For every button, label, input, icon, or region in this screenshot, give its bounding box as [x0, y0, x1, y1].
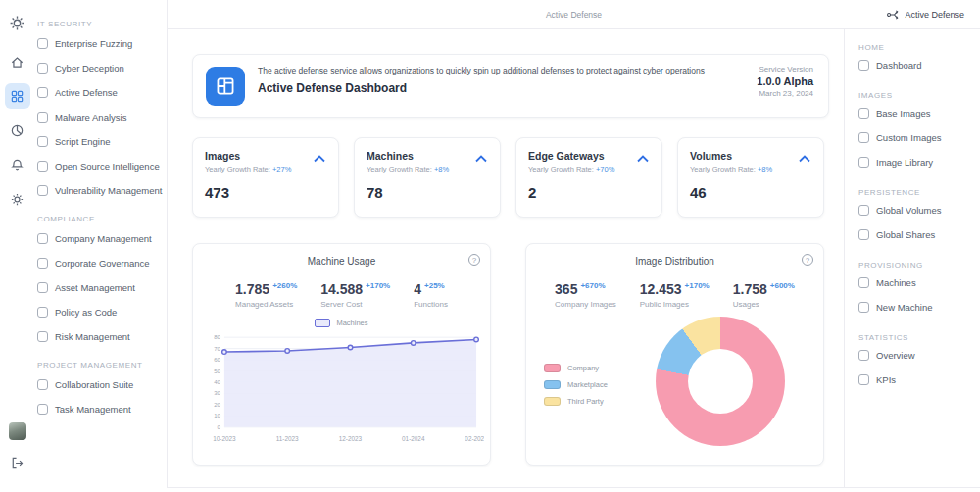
svg-text:70: 70 — [214, 346, 220, 352]
help-icon[interactable]: ? — [468, 254, 480, 266]
nav-item-image-library[interactable]: Image Library — [858, 150, 980, 174]
nav-item-company-management[interactable]: Company Management — [34, 226, 167, 251]
company-swatch — [544, 364, 561, 372]
third-party-swatch — [544, 397, 561, 406]
rail-item-analytics[interactable] — [5, 118, 30, 143]
nav-item-script-engine[interactable]: Script Engine — [34, 129, 167, 154]
stat-card-title: Images — [205, 150, 326, 162]
machine-usage-stats: 1.785+260% Managed Assets 14.588+170% Se… — [201, 280, 482, 309]
stat-delta: +260% — [272, 281, 297, 290]
help-icon[interactable]: ? — [802, 254, 813, 266]
svg-text:20: 20 — [214, 402, 220, 408]
banner-card: The active defense service allows organi… — [192, 54, 829, 118]
section-title-project-management: PROJECT MANAGEMENT — [37, 361, 167, 369]
legend-item-company[interactable]: Company — [544, 364, 642, 372]
icon-rail — [0, 0, 34, 492]
logout-button[interactable] — [5, 450, 30, 475]
section-title-provisioning: PROVISIONING — [858, 261, 980, 270]
dashboard-icon — [206, 67, 245, 106]
chevron-up-icon[interactable] — [636, 154, 650, 163]
nav-item-kpis[interactable]: KPIs — [858, 368, 980, 392]
stat-card-volumes: Volumes Yearly Growth Rate: +8% 46 — [677, 137, 824, 218]
user-avatar[interactable] — [9, 422, 26, 440]
stat-usages: 1.758+600% Usages — [733, 280, 795, 309]
nav-item-base-images[interactable]: Base Images — [858, 101, 980, 125]
nav-item-label: Machines — [876, 277, 916, 288]
svg-text:10: 10 — [214, 413, 220, 418]
image-distribution-card: Image Distribution ? 365+670% Company Im… — [525, 243, 824, 466]
nav-item-dashboard[interactable]: Dashboard — [858, 53, 980, 77]
active-defense-action[interactable]: Active Defense — [886, 0, 964, 29]
rail-item-home[interactable] — [5, 49, 30, 74]
stat-managed-assets: 1.785+260% Managed Assets — [235, 280, 297, 309]
nav-item-malware-analysis[interactable]: Malware Analysis — [34, 105, 167, 129]
nav-item-label: Enterprise Fuzzing — [55, 38, 132, 49]
growth-value: +27% — [272, 165, 291, 173]
base-images-icon — [858, 108, 869, 119]
stat-growth: Yearly Growth Rate: +70% — [528, 165, 650, 173]
svg-text:40: 40 — [214, 379, 220, 385]
chevron-up-icon[interactable] — [313, 154, 326, 163]
rail-item-notifications[interactable] — [5, 152, 30, 177]
nav-item-label: Overview — [876, 350, 915, 361]
nav-item-global-volumes[interactable]: Global Volumes — [858, 198, 980, 222]
stat-public-images: 12.453+170% Public Images — [640, 280, 710, 309]
collaboration-suite-icon — [37, 379, 48, 390]
chevron-up-icon[interactable] — [474, 154, 488, 163]
banner-text: The active defense service allows organi… — [258, 66, 705, 95]
legend-item-marketplace[interactable]: Marketplace — [544, 380, 642, 389]
service-version-value: 1.0.0 Alpha — [757, 75, 813, 87]
nav-item-label: Open Source Intelligence — [55, 161, 160, 172]
nav-item-label: Global Shares — [876, 229, 935, 240]
machine-usage-line-chart: 0102030405060708010-202311-202312-202301… — [201, 327, 484, 447]
svg-text:12-2023: 12-2023 — [339, 435, 363, 442]
section-title-persistence: PERSISTENCE — [858, 188, 980, 197]
nav-item-task-management[interactable]: Task Management — [34, 397, 167, 421]
rail-item-settings[interactable] — [5, 186, 30, 212]
nav-item-enterprise-fuzzing[interactable]: Enterprise Fuzzing — [34, 31, 167, 56]
nav-item-risk-management[interactable]: Risk Management — [34, 324, 167, 349]
nav-item-corporate-governance[interactable]: Corporate Governance — [34, 251, 167, 275]
nav-item-cyber-deception[interactable]: Cyber Deception — [34, 56, 167, 80]
active-defense-action-label: Active Defense — [905, 10, 964, 20]
chevron-up-icon[interactable] — [798, 154, 811, 163]
svg-text:50: 50 — [214, 369, 220, 374]
nav-item-vulnerability-management[interactable]: Vulnerability Management — [34, 178, 167, 203]
nav-item-custom-images[interactable]: Custom Images — [858, 125, 980, 150]
image-distribution-donut — [656, 317, 785, 446]
gear-icon — [10, 192, 24, 207]
nav-item-label: Custom Images — [876, 132, 942, 143]
vulnerability-management-icon — [37, 185, 48, 196]
stat-delta: +600% — [770, 281, 795, 290]
task-management-icon — [37, 404, 48, 415]
nav-item-open-source-intelligence[interactable]: Open Source Intelligence — [34, 154, 167, 178]
bell-icon — [10, 158, 24, 172]
section-title-home: HOME — [858, 43, 980, 52]
rail-item-active-defense[interactable] — [5, 83, 30, 109]
legend-item-third-party[interactable]: Third Party — [544, 397, 642, 406]
nav-item-active-defense[interactable]: Active Defense — [34, 80, 167, 105]
nav-item-asset-management[interactable]: Asset Management — [34, 275, 167, 300]
nav-item-label: Image Library — [876, 157, 933, 168]
custom-images-icon — [858, 132, 869, 143]
nav-item-new-machine[interactable]: New Machine — [858, 295, 980, 320]
global-shares-icon — [858, 229, 869, 240]
nav-item-policy-as-code[interactable]: Policy as Code — [34, 300, 167, 324]
machines-legend[interactable]: Machines — [201, 319, 482, 327]
stat-delta: +25% — [424, 281, 445, 290]
stat-value: 2 — [528, 184, 650, 201]
image-distribution-stats: 365+670% Company Images 12.453+170% Publ… — [534, 280, 815, 309]
new-machine-icon — [858, 302, 869, 313]
image-distribution-title: Image Distribution — [534, 256, 815, 267]
stat-card-machines: Machines Yearly Growth Rate: +8% 78 — [354, 137, 501, 218]
stat-value: 78 — [367, 184, 488, 201]
svg-text:30: 30 — [214, 390, 220, 396]
nav-item-machines[interactable]: Machines — [858, 271, 980, 295]
stat-card-title: Machines — [367, 150, 488, 162]
service-version-label: Service Version — [757, 65, 813, 74]
nav-item-global-shares[interactable]: Global Shares — [858, 222, 980, 247]
nav-item-overview[interactable]: Overview — [858, 343, 980, 368]
nav-item-collaboration-suite[interactable]: Collaboration Suite — [34, 372, 167, 397]
app-logo[interactable] — [5, 10, 30, 35]
stat-growth: Yearly Growth Rate: +27% — [205, 165, 326, 173]
